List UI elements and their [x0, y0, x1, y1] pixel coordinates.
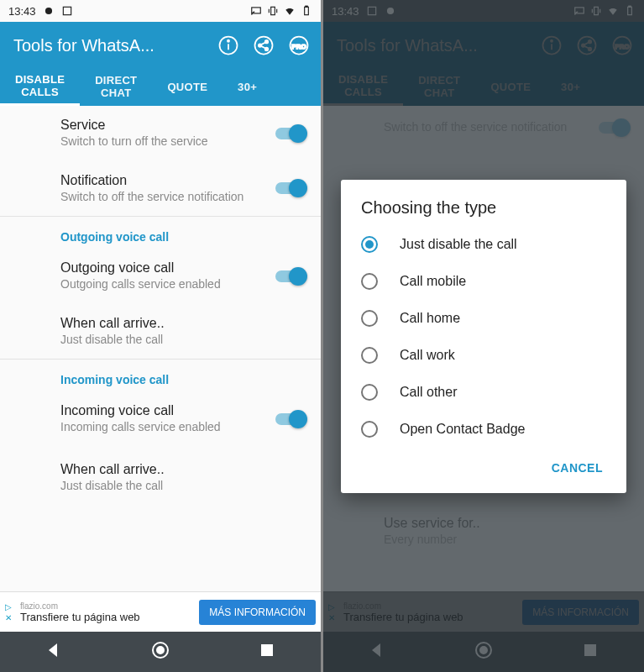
radio-icon [361, 236, 378, 253]
app-notif-icon [61, 5, 73, 17]
vibrate-icon [267, 5, 279, 17]
info-button[interactable] [213, 30, 243, 60]
recents-button[interactable] [257, 640, 277, 664]
radio-option-other[interactable]: Call other [341, 374, 626, 411]
radio-label: Open Contact Badge [400, 422, 525, 437]
battery-icon [301, 5, 312, 17]
radio-icon [361, 310, 378, 327]
outgoing-arrive-sub: Just disable the call [60, 333, 306, 348]
chat-bubble-icon [43, 5, 55, 17]
svg-point-8 [228, 40, 229, 42]
app-title: Tools for WhatsA... [13, 36, 213, 55]
notification-row[interactable]: NotificationSwitch to off the service no… [0, 161, 321, 217]
cast-icon [250, 5, 262, 17]
ad-close-icon[interactable]: ✕ [5, 613, 17, 622]
svg-rect-19 [261, 644, 273, 656]
radio-label: Call other [400, 385, 457, 400]
notification-title: Notification [60, 173, 275, 188]
svg-rect-4 [305, 7, 309, 14]
dialog-title: Choosing the type [341, 198, 626, 226]
tab-direct-chat[interactable]: DIRECT CHAT [80, 75, 152, 100]
cancel-button[interactable]: CANCEL [543, 454, 611, 481]
status-bar: 13:43 [0, 0, 321, 22]
svg-point-0 [45, 8, 51, 14]
outgoing-sub: Outgoing calls service enabled [60, 277, 275, 292]
incoming-arrive-title: When call arrive.. [60, 462, 306, 477]
tab-disable-calls[interactable]: DISABLE CALLS [0, 69, 80, 106]
system-nav-bar [0, 632, 321, 672]
tab-bar: DISABLE CALLS DIRECT CHAT QUOTE 30+ [0, 69, 321, 106]
service-sub: Switch to turn off the service [60, 134, 275, 150]
radio-icon [361, 421, 378, 438]
incoming-title: Incoming voice call [60, 403, 275, 418]
ad-domain: flazio.com [20, 601, 199, 611]
radio-option-home[interactable]: Call home [341, 300, 626, 337]
phone-left: 13:43 Tools for WhatsA... PRO DISABLE CA… [0, 0, 321, 672]
outgoing-call-row[interactable]: Outgoing voice callOutgoing calls servic… [0, 249, 321, 304]
pro-button[interactable]: PRO [284, 30, 314, 60]
incoming-switch[interactable] [275, 411, 306, 428]
svg-line-14 [261, 46, 265, 49]
outgoing-switch[interactable] [275, 268, 306, 285]
svg-rect-5 [306, 6, 307, 7]
incoming-call-row[interactable]: Incoming voice callIncoming calls servic… [0, 391, 321, 447]
outgoing-section-header: Outgoing voice call [0, 217, 321, 249]
tab-more[interactable]: 30+ [223, 81, 272, 94]
phone-right: 13:43 Tools for WhatsA... PRO DISABLE CA… [323, 0, 644, 672]
choosing-type-dialog: Choosing the type Just disable the call … [341, 180, 626, 493]
svg-point-9 [255, 37, 273, 55]
settings-list: ServiceSwitch to turn off the service No… [0, 106, 321, 591]
service-row[interactable]: ServiceSwitch to turn off the service [0, 106, 321, 161]
radio-label: Call mobile [400, 274, 466, 289]
outgoing-arrive-title: When call arrive.. [60, 316, 306, 331]
share-button[interactable] [249, 30, 279, 60]
adchoices-icon[interactable]: ▷ [5, 602, 17, 612]
incoming-section-header: Incoming voice call [0, 360, 321, 391]
status-time: 13:43 [8, 5, 36, 18]
tab-quote[interactable]: QUOTE [152, 81, 223, 94]
incoming-arrive-sub: Just disable the call [60, 479, 306, 494]
svg-rect-3 [271, 7, 275, 14]
radio-option-disable[interactable]: Just disable the call [341, 226, 626, 263]
radio-label: Just disable the call [400, 237, 517, 252]
radio-label: Call home [400, 311, 460, 326]
outgoing-arrive-row[interactable]: When call arrive..Just disable the call [0, 304, 321, 360]
ad-cta-button[interactable]: MÁS INFORMACIÓN [199, 600, 316, 625]
service-switch[interactable] [275, 125, 306, 142]
svg-rect-1 [63, 7, 71, 14]
incoming-arrive-row[interactable]: When call arrive..Just disable the call [0, 447, 321, 501]
notification-sub: Switch to off the service notification [60, 190, 275, 205]
ad-text: Transfiere tu página web [20, 611, 199, 623]
radio-icon [361, 273, 378, 290]
home-button[interactable] [150, 640, 170, 664]
incoming-sub: Incoming calls service enabled [60, 420, 275, 435]
outgoing-title: Outgoing voice call [60, 260, 275, 276]
wifi-icon [284, 5, 296, 17]
back-button[interactable] [44, 640, 64, 664]
ad-banner[interactable]: ▷✕ flazio.comTransfiere tu página web MÁ… [0, 591, 321, 632]
radio-option-mobile[interactable]: Call mobile [341, 263, 626, 300]
svg-line-13 [261, 43, 265, 45]
radio-option-contact-badge[interactable]: Open Contact Badge [341, 411, 626, 448]
radio-icon [361, 347, 378, 364]
svg-point-18 [157, 647, 164, 654]
service-title: Service [60, 118, 275, 133]
app-header: Tools for WhatsA... PRO DISABLE CALLS DI… [0, 22, 321, 106]
notification-switch[interactable] [275, 180, 306, 197]
radio-icon [361, 384, 378, 401]
dialog-overlay[interactable]: Choosing the type Just disable the call … [323, 0, 644, 672]
svg-text:PRO: PRO [291, 43, 306, 50]
radio-label: Call work [400, 348, 455, 363]
radio-option-work[interactable]: Call work [341, 337, 626, 374]
